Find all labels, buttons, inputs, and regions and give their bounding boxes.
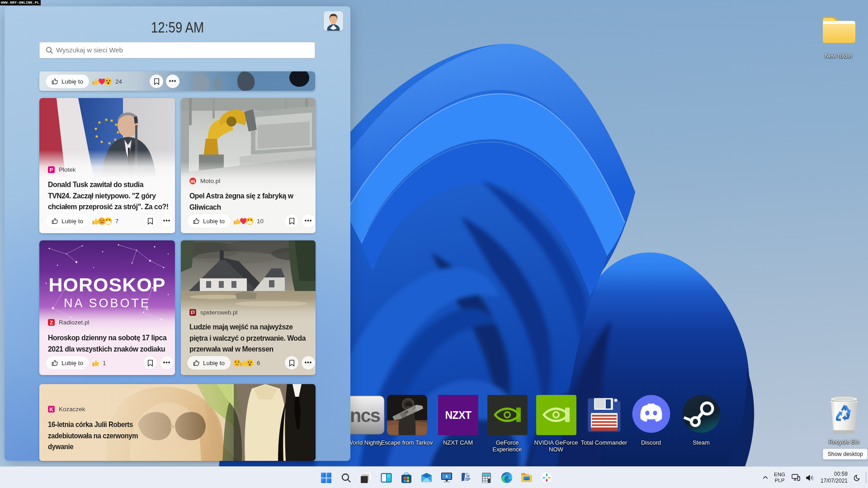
svg-text:W: W — [466, 473, 471, 478]
svg-text:ncs: ncs — [349, 405, 380, 426]
svg-text:NZXT: NZXT — [445, 409, 472, 421]
svg-text:HOROSKOP: HOROSKOP — [49, 274, 166, 296]
